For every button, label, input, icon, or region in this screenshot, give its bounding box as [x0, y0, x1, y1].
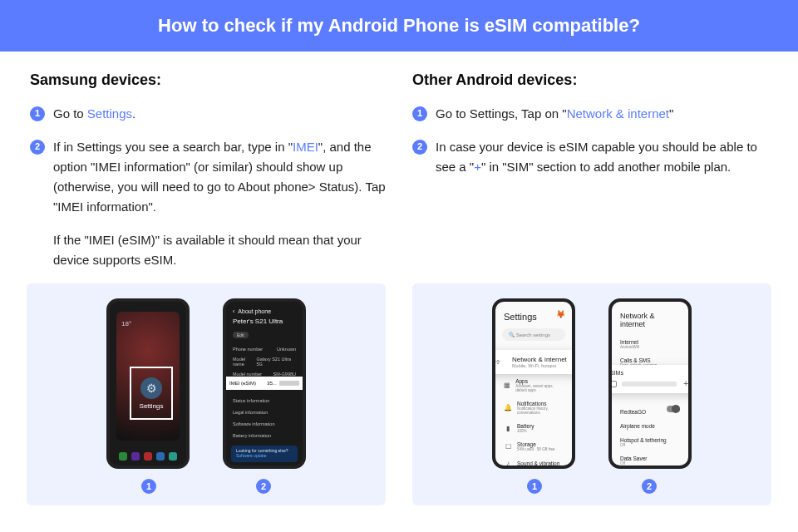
imei-masked-region [279, 381, 299, 386]
popout-title: Network & internet [512, 356, 567, 363]
phone-mock-settings-list: 🦊 Settings 🔍 Search settings ᯤ Network &… [492, 298, 575, 469]
step-number-badge: 1 [412, 106, 427, 121]
dock-app-icon [156, 452, 165, 461]
step-text: If in Settings you see a search bar, typ… [53, 137, 386, 270]
screenshots-row: 18° ⚙ Settings ‹ About phone [0, 283, 798, 525]
plus-link[interactable]: + [474, 160, 481, 174]
settings-link[interactable]: Settings [87, 106, 132, 121]
phone-mock-samsung-home: 18° ⚙ Settings [106, 298, 190, 469]
imei-esim-label: IMEI (eSIM) [229, 381, 256, 386]
step-number-badge: 2 [412, 140, 427, 155]
edit-badge: Edit [233, 332, 249, 338]
row-sub: Off [620, 443, 680, 447]
samsung-screenshot-panel: 18° ⚙ Settings ‹ About phone [27, 283, 386, 505]
about-phone-list: Status information Legal information Sof… [233, 395, 296, 441]
network-screen-title: Network & internet [612, 302, 688, 335]
row-sub: Notification history, conversations [517, 406, 564, 415]
dock [116, 452, 180, 461]
back-icon: ‹ [233, 308, 234, 314]
list-item: Status information [233, 395, 296, 406]
step-text: Go to Settings, Tap on "Network & intern… [436, 104, 768, 124]
row-title: Calls & SMS [620, 357, 680, 363]
other-step-2: 2 In case your device is eSIM capable yo… [412, 137, 768, 177]
network-row: InternetAndroidWifi [612, 335, 688, 353]
network-internet-popout: ᯤ Network & internet Mobile, Wi-Fi, hots… [492, 350, 575, 374]
network-internet-link[interactable]: Network & internet [567, 106, 669, 121]
dock-app-icon [131, 452, 140, 461]
network-row: Data SaverOff [612, 451, 688, 469]
wifi-icon: ᯤ [495, 357, 504, 367]
network-row: Airplane mode [612, 419, 688, 433]
phone-mock-network-internet: Network & internet InternetAndroidWifi C… [608, 298, 692, 469]
row-sub: Off [620, 461, 680, 466]
storage-icon: ☐ [504, 443, 512, 451]
text: If in Settings you see a search bar, typ… [53, 140, 293, 154]
text: " in "SIM" section to add another mobile… [481, 160, 731, 174]
samsung-column: Samsung devices: 1 Go to Settings. 2 If … [30, 71, 386, 283]
mascot-icon: 🦊 [556, 310, 565, 318]
other-screenshot-panel: 🦊 Settings 🔍 Search settings ᯤ Network &… [412, 283, 771, 505]
plus-icon: + [682, 379, 690, 388]
imei-link[interactable]: IMEI [293, 140, 318, 154]
popout-subtitle: Mobile, Wi-Fi, hotspot [512, 363, 567, 368]
step-number-badge: 2 [30, 140, 45, 155]
dock-app-icon [119, 452, 127, 461]
samsung-step-2: 2 If in Settings you see a search bar, t… [30, 137, 386, 270]
row-title: Data Saver [620, 456, 680, 461]
imei-esim-highlight: IMEI (eSIM) 35... [223, 377, 306, 390]
airplane-toggle-icon [667, 406, 680, 412]
row-sub: Assistant, recent apps, default apps [515, 384, 564, 392]
page-title: How to check if my Android Phone is eSIM… [158, 15, 640, 36]
settings-app-label: Settings [140, 402, 164, 410]
sim-name-bar [622, 382, 677, 387]
dock-app-icon [144, 452, 152, 461]
row-sub: 100% [517, 429, 534, 433]
network-row: Hotspot & tetheringOff [612, 433, 688, 451]
list-item: Battery information [233, 430, 296, 441]
row-title: Sound & vibration [517, 461, 559, 466]
sound-icon: ♪ [504, 460, 512, 467]
text: Go to Settings, Tap on " [436, 106, 567, 121]
screenshot-badge-2: 2 [642, 479, 657, 494]
label: Phone number [233, 347, 263, 352]
row-title: Storage [517, 441, 555, 447]
device-name: Peter's S21 Ultra [226, 316, 303, 325]
sim-icon [610, 381, 617, 387]
about-phone-title: About phone [238, 308, 271, 314]
settings-row: ☐Storage54% used · 58 GB free [495, 437, 572, 456]
label: Model name [233, 357, 257, 367]
settings-highlight-box: ⚙ Settings [130, 367, 173, 420]
row-title: Airplane mode [620, 423, 680, 429]
row-title: Battery [517, 423, 534, 429]
screenshot-badge-2: 2 [256, 479, 271, 494]
about-phone-header: ‹ About phone [226, 302, 303, 316]
footer-link: Software update [236, 453, 293, 458]
samsung-heading: Samsung devices: [30, 71, 386, 89]
settings-row: ▦AppsAssistant, recent apps, default app… [495, 374, 572, 397]
row-title: Internet [620, 339, 680, 345]
screenshot-badge-1: 1 [527, 479, 542, 494]
other-step-1: 1 Go to Settings, Tap on "Network & inte… [412, 104, 768, 124]
settings-row: 🔔NotificationsNotification history, conv… [495, 397, 572, 419]
value: Unknown [277, 347, 296, 352]
settings-row: ▮Battery100% [495, 419, 572, 437]
row-sub: 54% used · 58 GB free [517, 447, 555, 451]
dock-app-icon [169, 452, 177, 461]
row-sub: AndroidWifi [620, 345, 680, 349]
instructions-row: Samsung devices: 1 Go to Settings. 2 If … [0, 52, 798, 283]
sims-header: SIMs [610, 370, 690, 376]
step-text: In case your device is eSIM capable you … [436, 137, 768, 177]
step-extra-text: If the "IMEI (eSIM)" is available it sho… [53, 230, 386, 270]
text: Go to [53, 106, 87, 121]
row-title: Apps [515, 378, 564, 384]
imei-esim-value-prefix: 35... [267, 381, 277, 386]
phone-mock-about-phone: ‹ About phone Peter's S21 Ultra Edit Pho… [223, 298, 306, 469]
sims-popout: SIMs + [608, 365, 692, 393]
row-title: Notifications [517, 401, 564, 406]
search-placeholder: Search settings [516, 332, 550, 337]
list-item: Legal information [233, 406, 296, 418]
page-header: How to check if my Android Phone is eSIM… [0, 0, 798, 52]
text: " [669, 106, 673, 121]
about-phone-footer: Looking for something else? Software upd… [231, 446, 298, 462]
settings-search-bar: 🔍 Search settings [502, 328, 565, 341]
